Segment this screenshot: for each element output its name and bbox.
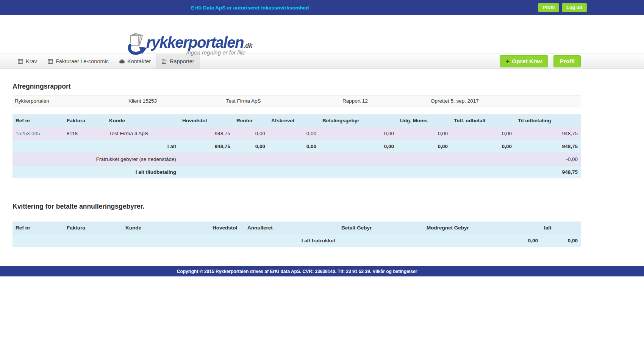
logo-tld: .dk xyxy=(244,42,252,49)
col-annulleret: Annulleret xyxy=(244,222,338,234)
profil-button-nav[interactable]: Profil xyxy=(553,55,581,67)
receipt-modregnet-total: 0,00 xyxy=(424,234,541,247)
total-udg-moms: 0,00 xyxy=(397,140,451,153)
terms-link[interactable]: Vilkår og betingelser xyxy=(372,269,417,274)
col-faktura: Faktura xyxy=(64,222,122,234)
logo[interactable]: rykkerportalen.dk Ingen regning er for l… xyxy=(125,35,252,58)
ref-nr-link[interactable]: 15253-005 xyxy=(16,131,40,136)
receipt-totals-row: I alt fratrukket 0,00 0,00 xyxy=(13,234,581,247)
copyright-text: Copyright © 2015 Rykkerportalen drives a… xyxy=(177,269,371,274)
tab-krav[interactable]: Krav xyxy=(13,54,42,69)
fees-row: Fratrukket gebyrer (se nedenståde) -0,00 xyxy=(13,153,581,166)
logo-text: rykkerportalen.dk Ingen regning er for l… xyxy=(146,35,252,56)
col-betalingsgebyr: Betalingsgebyr xyxy=(319,114,397,127)
page-footer: Copyright © 2015 Rykkerportalen drives a… xyxy=(0,266,644,276)
cell-faktura: 8118 xyxy=(64,127,106,140)
tab-fakturaer-e-conomic[interactable]: Fakturaer i e-conomic xyxy=(42,54,114,69)
receipt-table: Ref nr Faktura Kunde Hovedstol Annullere… xyxy=(13,222,581,247)
plus-icon: + xyxy=(506,58,510,64)
total-afskrevet: 0,00 xyxy=(268,140,319,153)
page-header: rykkerportalen.dk Ingen regning er for l… xyxy=(0,15,644,53)
col-udg-moms: Udg. Moms xyxy=(397,114,451,127)
tab-label: Krav xyxy=(26,58,37,64)
col-ref-nr: Ref nr xyxy=(13,114,64,127)
meta-portal: Rykkerportalen xyxy=(13,98,126,104)
col-hovedstol: Hovedstol xyxy=(179,114,233,127)
cell-kunde: Test Firma 4 ApS xyxy=(106,127,179,140)
receipt-total-label: I alt fratrukket xyxy=(13,234,338,247)
briefcase-icon xyxy=(119,59,125,64)
meta-firma: Test Firma ApS xyxy=(224,98,340,104)
main-nav: Krav Fakturaer i e-conomic Kontakter xyxy=(0,53,644,69)
opret-krav-label: Opret Krav xyxy=(512,58,542,65)
col-ialt: Ialt xyxy=(541,222,581,234)
total-label: I alt xyxy=(13,140,179,153)
nav-actions: + Opret Krav Profil xyxy=(500,54,581,69)
main-content: Afregningsrapport Rykkerportalen Klient … xyxy=(13,83,581,247)
cell-tidl-udbetalt: 0,00 xyxy=(451,127,515,140)
meta-oprettet: Oprettet 5. sep. 2017 xyxy=(428,98,581,104)
settlement-header-row: Ref nr Faktura Kunde Hovedstol Renter Af… xyxy=(13,114,581,127)
grand-total-label: I alt tiludbetaling xyxy=(13,166,179,179)
receipt-ialt-total: 0,00 xyxy=(541,234,581,247)
settlement-data-row: 15253-005 8118 Test Firma 4 ApS 948,75 0… xyxy=(13,127,581,140)
meta-klient: Klient 15253 xyxy=(126,98,224,104)
col-faktura: Faktura xyxy=(64,114,106,127)
announcement-text: ErKi Data ApS er autoriseret inkassovirk… xyxy=(191,5,309,11)
report-meta-strip: Rykkerportalen Klient 15253 Test Firma A… xyxy=(13,95,581,106)
cell-til-udbetaling: 948,75 xyxy=(515,127,581,140)
profil-button-top[interactable]: Profil xyxy=(538,3,559,12)
total-til-udbetaling: 948,75 xyxy=(515,140,581,153)
receipt-section-title: Kvittering for betalte annulleringsgebyr… xyxy=(13,203,581,211)
col-betalt-gebyr: Betalt Gebyr xyxy=(338,222,424,234)
col-kunde: Kunde xyxy=(122,222,209,234)
meta-rapport: Rapport 12 xyxy=(340,98,428,104)
fees-value: -0,00 xyxy=(515,153,581,166)
col-afskrevet: Afskrevet xyxy=(268,114,319,127)
tab-label: Kontakter xyxy=(127,58,151,64)
grand-total-value: 948,75 xyxy=(515,166,581,179)
cell-betalingsgebyr: 0,00 xyxy=(319,127,397,140)
col-hovedstol: Hovedstol xyxy=(209,222,244,234)
col-ref-nr: Ref nr xyxy=(13,222,64,234)
logout-button[interactable]: Log ud xyxy=(562,3,587,12)
col-tidl-udbetalt: Tidl. udbetalt xyxy=(451,114,515,127)
col-kunde: Kunde xyxy=(106,114,179,127)
cell-udg-moms: 0,00 xyxy=(397,127,451,140)
top-bar-buttons: Profil Log ud xyxy=(538,3,587,12)
table-icon xyxy=(18,59,23,64)
fees-label: Fratrukket gebyrer (se nedenståde) xyxy=(13,153,179,166)
total-renter: 0,00 xyxy=(233,140,268,153)
tab-label: Fakturaer i e-conomic xyxy=(56,58,109,64)
tab-label: Rapporter xyxy=(170,58,194,64)
col-til-udbetaling: Til udbetaling xyxy=(515,114,581,127)
logo-brand: rykkerportalen xyxy=(146,34,244,51)
col-renter: Renter xyxy=(233,114,268,127)
col-modregnet-gebyr: Modregnet Gebyr xyxy=(424,222,541,234)
settlement-table: Ref nr Faktura Kunde Hovedstol Renter Af… xyxy=(13,114,581,178)
paper-stack-arrow-icon xyxy=(125,33,148,58)
report-lines-icon xyxy=(162,59,167,64)
grand-total-row: I alt tiludbetaling 948,75 xyxy=(13,166,581,179)
page-title: Afregningsrapport xyxy=(13,83,581,90)
top-bar: ErKi Data ApS er autoriseret inkassovirk… xyxy=(0,0,644,15)
profil-label: Profil xyxy=(560,58,575,65)
table-icon xyxy=(48,59,53,64)
cell-renter: 0,00 xyxy=(233,127,268,140)
total-tidl-udbetalt: 0,00 xyxy=(451,140,515,153)
cell-afskrevet: 0,00 xyxy=(268,127,319,140)
total-hovedstol: 948,75 xyxy=(179,140,233,153)
fees-spacer xyxy=(179,153,515,166)
receipt-header-row: Ref nr Faktura Kunde Hovedstol Annullere… xyxy=(13,222,581,234)
cell-hovedstol: 948,75 xyxy=(179,127,233,140)
settlement-totals-row: I alt 948,75 0,00 0,00 0,00 0,00 0,00 94… xyxy=(13,140,581,153)
grand-total-spacer xyxy=(179,166,515,179)
opret-krav-button[interactable]: + Opret Krav xyxy=(500,55,548,67)
receipt-spacer xyxy=(338,234,424,247)
total-betalingsgebyr: 0,00 xyxy=(319,140,397,153)
